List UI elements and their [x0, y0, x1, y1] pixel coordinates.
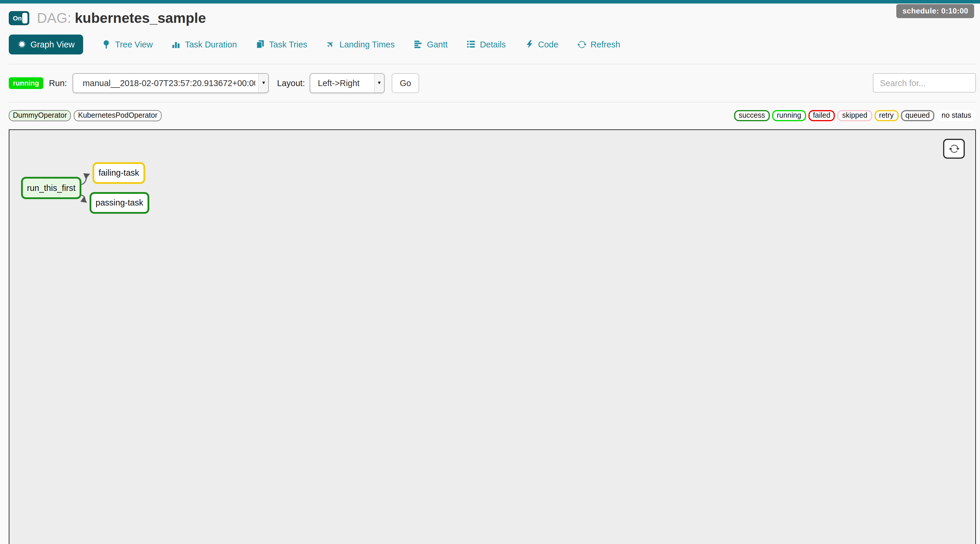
legend-status-no-status: no status: [937, 110, 976, 121]
run-label: Run:: [49, 78, 67, 87]
view-tabs: Graph View Tree View Task Duration Task …: [0, 30, 980, 64]
bolt-icon: [525, 40, 534, 49]
layout-label: Layout:: [277, 78, 305, 87]
toggle-knob: [22, 13, 27, 24]
dag-name: kubernetes_sample: [75, 10, 206, 26]
bar-chart-icon: [172, 40, 181, 49]
legend-status-retry: retry: [874, 110, 898, 121]
tab-label: Refresh: [590, 40, 620, 49]
refresh-icon: [949, 143, 959, 154]
run-select-value: manual__2018-02-07T23:57:20.913672+00:00: [83, 78, 256, 87]
chevron-down-icon: ▼: [374, 73, 384, 92]
top-accent-bar: [0, 0, 980, 3]
airflow-dag-page: schedule: 0:10:00 On DAG:kubernetes_samp…: [0, 0, 980, 544]
search-input[interactable]: [873, 73, 976, 92]
graph-refresh-button[interactable]: [943, 138, 965, 158]
edge-run-this-first-to-failing-task: [81, 174, 89, 184]
schedule-badge: schedule: 0:10:00: [897, 4, 974, 18]
operator-legend: DummyOperator KubernetesPodOperator: [9, 110, 162, 121]
dag-graph-canvas[interactable]: run_this_first failing-task passing-task: [9, 129, 976, 544]
tab-graph-view[interactable]: Graph View: [9, 34, 83, 54]
run-select[interactable]: manual__2018-02-07T23:57:20.913672+00:00…: [73, 73, 269, 93]
legend-status-skipped: skipped: [837, 110, 872, 121]
run-controls: running Run: manual__2018-02-07T23:57:20…: [0, 64, 980, 102]
legend-dummy-operator: DummyOperator: [9, 110, 71, 121]
tab-details[interactable]: Details: [466, 40, 506, 49]
status-legend: success running failed skipped retry que…: [734, 110, 976, 121]
dag-prefix-label: DAG:: [37, 10, 71, 26]
edge-run-this-first-to-passing-task: [81, 195, 86, 202]
tab-task-duration[interactable]: Task Duration: [172, 40, 237, 49]
task-node-passing-task[interactable]: passing-task: [89, 192, 149, 213]
tab-landing-times[interactable]: ✈ Landing Times: [326, 40, 395, 49]
run-status-badge: running: [9, 77, 43, 89]
tab-label: Gantt: [427, 40, 447, 49]
page-title: DAG:kubernetes_sample: [37, 10, 206, 26]
task-node-run-this-first[interactable]: run_this_first: [21, 177, 81, 199]
tab-task-tries[interactable]: Task Tries: [256, 40, 307, 49]
align-left-icon: [413, 40, 423, 49]
tab-label: Graph View: [30, 40, 75, 49]
legend-status-failed: failed: [808, 110, 835, 121]
legend-status-success: success: [734, 110, 770, 121]
tab-label: Details: [480, 40, 506, 49]
tab-label: Task Duration: [185, 40, 237, 49]
legend-kubernetes-pod-operator: KubernetesPodOperator: [74, 110, 162, 121]
tab-label: Task Tries: [269, 40, 307, 49]
tab-label: Landing Times: [340, 40, 395, 49]
tab-gantt[interactable]: Gantt: [413, 40, 447, 49]
toggle-on-label: On: [13, 14, 22, 22]
dag-on-toggle[interactable]: On: [9, 11, 29, 25]
list-icon: [466, 40, 476, 49]
tab-label: Code: [538, 40, 558, 49]
legend-status-running: running: [772, 110, 806, 121]
tree-icon: [102, 40, 111, 49]
go-button[interactable]: Go: [391, 73, 420, 93]
page-header: On DAG:kubernetes_sample: [0, 3, 980, 30]
tab-refresh[interactable]: Refresh: [577, 40, 620, 49]
layout-select-value: Left->Right: [318, 78, 360, 87]
chevron-down-icon: ▼: [258, 73, 269, 92]
copy-icon: [256, 40, 265, 49]
tab-tree-view[interactable]: Tree View: [102, 40, 153, 49]
plane-icon: ✈: [326, 40, 336, 49]
tab-code[interactable]: Code: [525, 40, 558, 49]
legend-status-queued: queued: [900, 110, 934, 121]
tab-label: Tree View: [115, 40, 153, 49]
legend-row: DummyOperator KubernetesPodOperator succ…: [0, 102, 980, 121]
sunburst-icon: [17, 40, 26, 49]
refresh-icon: [577, 40, 586, 49]
layout-select[interactable]: Left->Right ▼: [310, 73, 385, 93]
task-node-failing-task[interactable]: failing-task: [92, 162, 145, 184]
